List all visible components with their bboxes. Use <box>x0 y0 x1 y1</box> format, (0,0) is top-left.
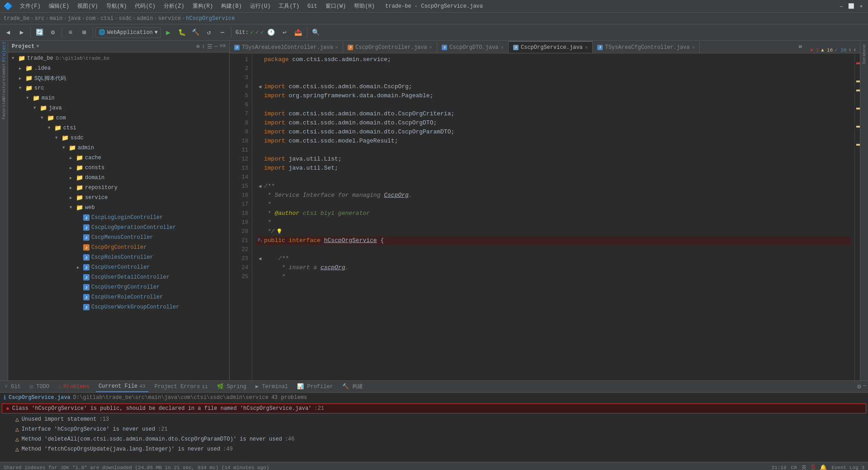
tree-com[interactable]: ▼ 📁 com <box>8 113 229 123</box>
menu-git[interactable]: Git <box>305 2 320 10</box>
spring-btn[interactable]: 🌿 Spring <box>214 383 249 390</box>
back-button[interactable]: ◀ <box>2 26 14 39</box>
sync-button[interactable]: 🔄 <box>33 26 46 39</box>
search-button[interactable]: 🔍 <box>310 26 322 39</box>
settings-button[interactable]: ⚙ <box>47 26 59 39</box>
tree-ssdc[interactable]: ▼ 📁 ssdc <box>8 133 229 143</box>
expand-editor-icon[interactable]: ⬆ <box>849 47 852 53</box>
tree-src[interactable]: ▼ 📁 src <box>8 83 229 93</box>
menu-build[interactable]: 构建(B) <box>218 1 245 11</box>
tab-close-icon[interactable]: ✕ <box>500 44 504 50</box>
bc-service[interactable]: service <box>158 15 181 22</box>
tree-sql[interactable]: ▶ 📁 SQL脚本代码 <box>8 73 229 83</box>
problems-warning-2[interactable]: △ Interface 'hCscpOrgService' is never u… <box>0 424 868 434</box>
project-icon[interactable]: Project <box>1 43 7 61</box>
tree-main[interactable]: ▼ 📁 main <box>8 93 229 103</box>
terminal-btn[interactable]: ▶ Terminal <box>253 383 291 390</box>
tree-file-CscpOrgController[interactable]: ▶ J CscpOrgController <box>8 242 229 252</box>
tab-CscpOrgService[interactable]: J CscpOrgService.java ✕ <box>509 41 593 53</box>
bc-ssdc[interactable]: ssdc <box>118 15 132 22</box>
problems-file-header[interactable]: ℹ CscpOrgService.java D:\gitlab\trade_be… <box>0 393 868 403</box>
tab-close-icon[interactable]: ✕ <box>692 44 695 50</box>
tab-CscpOrgDTO[interactable]: J CscpOrgDTO.java ✕ <box>437 41 509 53</box>
structure-button[interactable]: ≡ <box>64 26 77 39</box>
commit-icon[interactable]: Commit <box>1 62 7 80</box>
problems-tab[interactable]: ⚠ Problems <box>56 381 92 392</box>
menu-code[interactable]: 代码(C) <box>132 1 158 11</box>
tree-file-CscpLogLoginController[interactable]: ▶ J CscpLogLoginController <box>8 213 229 223</box>
todo-btn[interactable]: ☑ TODO <box>27 383 52 390</box>
profiler-btn[interactable]: 📊 Profiler <box>294 383 336 390</box>
tab-TSysAreaLevelController[interactable]: J TSysAreaLevelController.java ✕ <box>230 41 343 53</box>
build-button[interactable]: 🔨 <box>189 26 202 39</box>
bc-trade-be[interactable]: trade_be <box>4 15 30 22</box>
collapse-editor-icon[interactable]: ⬇ <box>853 47 856 53</box>
current-file-tab[interactable]: Current File 43 <box>96 381 148 392</box>
tree-service[interactable]: ▶ 📁 service <box>8 193 229 203</box>
tree-file-CscpUserOrgController[interactable]: ▶ J CscpUserOrgController <box>8 282 229 292</box>
tree-file-CscpMenusController[interactable]: ▶ J CscpMenusController <box>8 233 229 242</box>
menu-edit[interactable]: 编辑(E) <box>46 1 72 11</box>
tab-TSysAreaCfgController[interactable]: J TSysAreaCfgController.java ✕ <box>593 41 700 53</box>
menu-window[interactable]: 窗口(W) <box>323 1 349 11</box>
webapp-dropdown[interactable]: 🌐 WebApplication ▼ <box>95 27 161 38</box>
tree-web[interactable]: ▼ 📁 web <box>8 203 229 213</box>
tree-root[interactable]: ▼ 📁 trade_be D:\gitlab\trade_be <box>8 53 229 63</box>
notifications-icon[interactable]: 🔔 <box>820 464 827 470</box>
project-errors-tab[interactable]: Project Errors 11 <box>152 381 211 392</box>
tree-domain[interactable]: ▶ 📁 domain <box>8 173 229 183</box>
tree-java[interactable]: ▼ 📁 java <box>8 103 229 113</box>
menu-run[interactable]: 运行(U) <box>247 1 274 11</box>
menu-view[interactable]: 视图(V) <box>75 1 101 11</box>
problems-warning-1[interactable]: △ Unused import statement :13 <box>0 414 868 424</box>
menu-analyze[interactable]: 分析(Z) <box>161 1 187 11</box>
git-push-button[interactable]: 📤 <box>292 26 305 39</box>
tree-admin[interactable]: ▼ 📁 admin <box>8 143 229 153</box>
bc-admin[interactable]: admin <box>137 15 153 22</box>
tab-close-icon[interactable]: ✕ <box>335 44 339 50</box>
close-button[interactable]: ✕ <box>858 3 864 9</box>
tree-ctsi[interactable]: ▼ 📁 ctsi <box>8 123 229 133</box>
menu-file[interactable]: 文件(F) <box>17 1 43 11</box>
run-button[interactable]: ▶ <box>162 26 175 39</box>
collapse-icon[interactable]: ↕ <box>202 43 205 50</box>
bc-hcscporgservice[interactable]: hCscpOrgService <box>186 15 235 22</box>
bottom-settings-icon[interactable]: ⚙ <box>857 383 861 390</box>
bc-src[interactable]: src <box>35 15 45 22</box>
git-bottom-btn[interactable]: ⑂ Git <box>2 384 24 390</box>
tree-file-CscpUserWorkGroupController[interactable]: ▶ J CscpUserWorkGroupController <box>8 302 229 312</box>
tree-file-CscpUserDetailController[interactable]: ▶ J CscpUserDetailController <box>8 272 229 282</box>
hierarchy-button[interactable]: ⊞ <box>78 26 90 39</box>
git-revert-button[interactable]: ↩ <box>278 26 291 39</box>
tree-consts[interactable]: ▶ 📁 consts <box>8 163 229 173</box>
options-icon[interactable]: ☰ <box>207 43 212 50</box>
tree-repository[interactable]: ▶ 📁 repository <box>8 183 229 193</box>
problems-warning-3[interactable]: △ Method 'deleteAll(com.ctsi.ssdc.admin.… <box>0 434 868 444</box>
more-button[interactable]: ⋯ <box>216 26 229 39</box>
locate-icon[interactable]: ⊕ <box>196 43 200 50</box>
database-icon[interactable]: Database <box>861 43 868 66</box>
problems-warning-4[interactable]: △ Method 'fetchCscpOrgsUpdate(java.lang.… <box>0 444 868 454</box>
menu-refactor[interactable]: 重构(R) <box>190 1 216 11</box>
forward-button[interactable]: ▶ <box>15 26 28 39</box>
structure-sidebar-icon[interactable]: Structure <box>1 81 7 99</box>
tree-file-CscpRolesController[interactable]: ▶ J CscpRolesController <box>8 252 229 262</box>
build-debug-button[interactable]: 🐛 <box>175 26 188 39</box>
git-history-button[interactable]: 🕐 <box>265 26 278 39</box>
tree-file-CscpUserRoleController[interactable]: ▶ J CscpUserRoleController <box>8 292 229 302</box>
bottom-close-icon[interactable]: — <box>863 383 866 390</box>
menu-navigate[interactable]: 导航(N) <box>104 1 130 11</box>
language-indicator[interactable]: 英 <box>802 464 807 470</box>
favorites-icon[interactable]: Favorites <box>1 100 7 118</box>
bc-main[interactable]: main <box>50 15 63 22</box>
close-panel-icon[interactable]: — <box>214 43 218 50</box>
event-log-icon[interactable]: Event Log 3 <box>831 465 864 470</box>
tab-CscpOrgController[interactable]: J CscpOrgController.java ✕ <box>343 41 437 53</box>
bc-ctsi[interactable]: ctsi <box>100 15 113 22</box>
tab-close-icon[interactable]: ✕ <box>585 44 588 50</box>
menu-help[interactable]: 帮助(H) <box>351 1 377 11</box>
line-col-indicator[interactable]: 21:19 <box>772 465 787 470</box>
tab-overflow-button[interactable]: » <box>794 41 807 53</box>
menu-tools[interactable]: 工具(T) <box>276 1 302 11</box>
tree-idea[interactable]: ▶ 📁 .idea <box>8 63 229 73</box>
